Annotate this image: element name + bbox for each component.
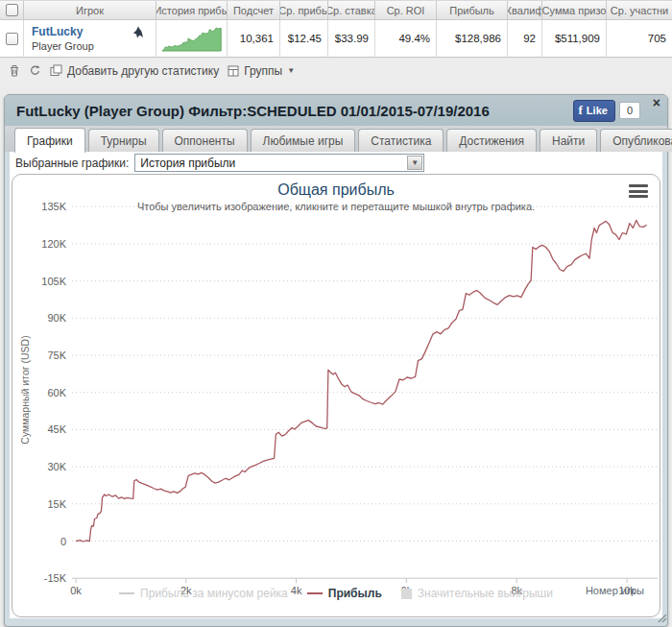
col-avg-entrants[interactable]: Ср. участни xyxy=(607,1,672,20)
facebook-logo-icon: f xyxy=(579,103,583,118)
refresh-icon[interactable] xyxy=(29,64,41,77)
select-all-cell xyxy=(0,1,24,20)
legend-item-profit[interactable]: Прибыль xyxy=(307,587,382,600)
profit-value: $128,986 xyxy=(437,20,508,58)
svg-text:45K: 45K xyxy=(47,423,66,435)
add-statistic-icon xyxy=(50,64,62,77)
player-stats-table: Игрок История прибы Подсчет Ср. прибы Ср… xyxy=(0,0,672,83)
avg-roi-value: 49.4% xyxy=(375,20,437,58)
like-count: 0 xyxy=(619,102,640,119)
qualified-value: 92 xyxy=(508,20,542,58)
y-axis-title: Суммарный итог (USD) xyxy=(19,318,31,462)
delete-icon[interactable] xyxy=(9,64,20,77)
tab-publish[interactable]: Опубликовать xyxy=(600,129,672,152)
tab-opponents[interactable]: Оппоненты xyxy=(162,129,248,152)
col-prize-total[interactable]: Сумма призо xyxy=(542,1,607,20)
avg-profit-value: $12.45 xyxy=(280,20,328,58)
tab-tournaments[interactable]: Турниры xyxy=(88,129,159,152)
sparkline-chart xyxy=(161,24,223,53)
player-panel: × FutLucky (Player Group) Фильтр:SCHEDUL… xyxy=(4,94,668,627)
chart-legend: Прибыль за минусом рейка Прибыль Значите… xyxy=(12,587,660,600)
add-statistic-button[interactable]: Добавить другую статистику xyxy=(50,64,219,78)
profit-chart[interactable]: Общая прибыль Чтобы увеличить изображени… xyxy=(12,174,660,617)
groups-icon xyxy=(228,65,239,77)
tab-charts[interactable]: Графики xyxy=(14,128,85,153)
player-type-label: Player Group xyxy=(32,39,94,53)
svg-text:135K: 135K xyxy=(41,201,66,212)
col-avg-profit[interactable]: Ср. прибы xyxy=(280,1,328,20)
select-caret-icon: ▼ xyxy=(411,158,419,167)
row-select-cell xyxy=(0,20,24,58)
groups-button[interactable]: Группы ▼ xyxy=(228,64,295,78)
svg-text:75K: 75K xyxy=(47,350,66,361)
tab-favorite-games[interactable]: Любимые игры xyxy=(251,129,356,152)
profit-sparkline[interactable] xyxy=(156,20,228,58)
col-avg-roi[interactable]: Ср. ROI xyxy=(375,1,437,20)
legend-label: Значительные выигрыши xyxy=(418,587,553,600)
col-avg-stake[interactable]: Ср. ставка xyxy=(328,1,375,20)
chart-type-select[interactable]: История прибыли ▼ xyxy=(134,154,424,172)
panel-title: FutLucky (Player Group) Фильтр:SCHEDULED… xyxy=(16,103,573,119)
chart-plot-area[interactable]: 135K120K105K90K75K60K45K30K15K0-15K0k2k4… xyxy=(12,175,660,617)
avg-stake-value: $33.99 xyxy=(328,20,375,58)
facebook-like-button[interactable]: f Like xyxy=(573,100,615,122)
svg-text:-15K: -15K xyxy=(44,572,67,584)
svg-text:60K: 60K xyxy=(47,387,66,398)
prize-total-value: $511,909 xyxy=(542,20,607,58)
col-qualified[interactable]: Квалиф xyxy=(508,1,542,20)
svg-text:30K: 30K xyxy=(47,461,66,472)
square-swatch-icon xyxy=(401,589,412,599)
row-checkbox[interactable] xyxy=(6,33,18,45)
legend-label: Прибыль xyxy=(328,587,382,600)
col-player[interactable]: Игрок xyxy=(24,1,156,20)
groups-label: Группы xyxy=(244,64,282,78)
svg-text:0: 0 xyxy=(60,536,66,547)
table-row: FutLucky Player Group 10,361 $12.45 $33.… xyxy=(0,20,672,58)
tab-find[interactable]: Найти xyxy=(540,129,597,152)
selected-charts-label: Выбранные графики: xyxy=(15,157,129,170)
col-count[interactable]: Подсчет xyxy=(228,1,280,20)
add-statistic-label: Добавить другую статистику xyxy=(67,64,219,78)
shark-icon xyxy=(131,25,146,42)
svg-text:105K: 105K xyxy=(41,276,66,287)
close-panel-icon[interactable]: × xyxy=(653,96,660,109)
col-profit[interactable]: Прибыль xyxy=(437,1,508,20)
chart-select-row: Выбранные графики: История прибыли ▼ xyxy=(10,152,662,174)
svg-text:15K: 15K xyxy=(47,498,66,510)
tab-statistics[interactable]: Статистика xyxy=(358,129,444,152)
count-value: 10,361 xyxy=(228,20,280,58)
line-swatch-icon xyxy=(119,592,134,594)
legend-item-profit-minus-rake[interactable]: Прибыль за минусом рейка xyxy=(119,587,288,600)
select-all-checkbox[interactable] xyxy=(6,4,18,16)
like-label: Like xyxy=(587,105,608,116)
tab-achievements[interactable]: Достижения xyxy=(446,129,537,152)
panel-content: Выбранные графики: История прибыли ▼ Общ… xyxy=(10,152,662,618)
chart-type-value: История прибыли xyxy=(140,157,235,170)
select-dropdown-button[interactable]: ▼ xyxy=(407,156,422,170)
col-profit-history[interactable]: История прибы xyxy=(156,1,228,20)
player-cell: FutLucky Player Group xyxy=(24,20,156,58)
svg-text:120K: 120K xyxy=(41,238,66,250)
table-toolbar: Добавить другую статистику Группы ▼ xyxy=(0,59,672,83)
legend-item-significant-wins[interactable]: Значительные выигрыши xyxy=(401,587,553,600)
legend-label: Прибыль за минусом рейка xyxy=(140,587,288,600)
facebook-like-widget: f Like 0 xyxy=(573,100,640,122)
groups-caret-icon: ▼ xyxy=(287,66,295,75)
line-swatch-icon xyxy=(307,592,323,594)
svg-text:90K: 90K xyxy=(47,312,66,324)
player-name-link[interactable]: FutLucky xyxy=(32,25,83,39)
panel-header: FutLucky (Player Group) Фильтр:SCHEDULED… xyxy=(5,95,667,126)
tab-strip: Графики Турниры Оппоненты Любимые игры С… xyxy=(5,126,667,152)
resize-handle[interactable] xyxy=(657,610,667,627)
table-header-row: Игрок История прибы Подсчет Ср. прибы Ср… xyxy=(0,0,672,20)
avg-entrants-value: 705 xyxy=(607,20,672,58)
